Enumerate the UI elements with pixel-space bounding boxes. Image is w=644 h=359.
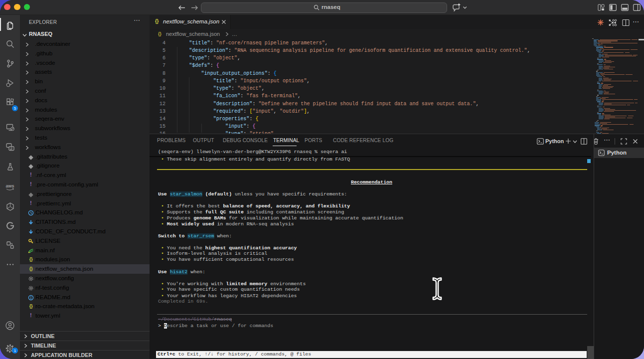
svg-text:aws: aws [5, 183, 14, 188]
